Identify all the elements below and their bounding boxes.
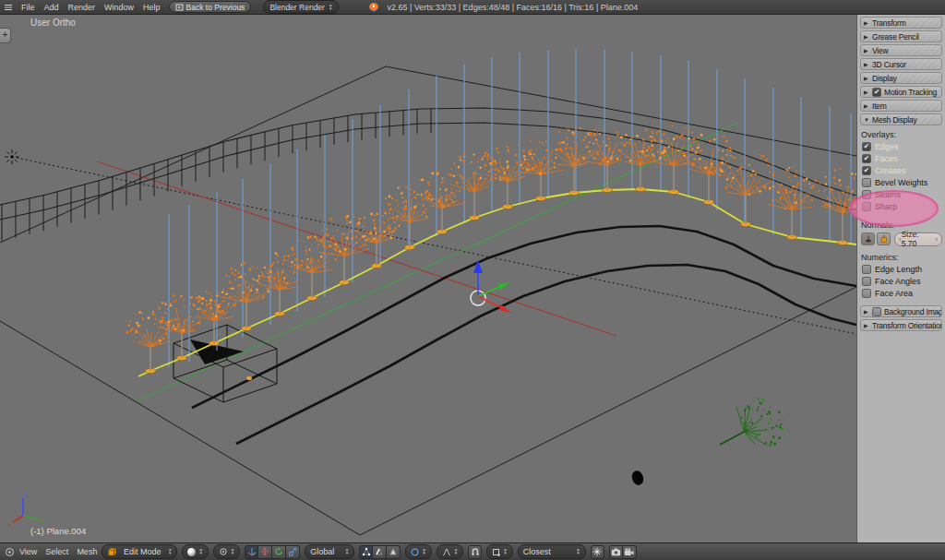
checkbox[interactable]: ✔ <box>862 142 871 151</box>
edge-select-button[interactable] <box>373 545 387 559</box>
scene-stats: v2.65 | Verts:33/33 | Edges:48/48 | Face… <box>387 3 638 12</box>
view-mode-label: User Ortho <box>30 18 76 28</box>
option-label: Face Angles <box>875 277 921 286</box>
checkbox[interactable]: ✔ <box>862 178 871 187</box>
back-window-icon <box>175 4 184 11</box>
viewport-scene[interactable] <box>0 15 856 542</box>
viewport-3d[interactable]: User Ortho + z y x (-1) Plane.004 <box>0 15 856 542</box>
expand-triangle-icon: ▶ <box>864 322 869 328</box>
option-row-face-area[interactable]: ✔Face Area <box>862 288 942 299</box>
camera-movie-icon <box>624 548 634 556</box>
blender-logo-icon <box>369 3 378 12</box>
back-to-previous-button[interactable]: Back to Previous <box>169 1 252 13</box>
proportional-edit-select[interactable]: ▲▼ <box>405 544 431 559</box>
draw-face-normals-button[interactable] <box>861 232 875 245</box>
pivot-point-select[interactable]: ▲▼ <box>213 544 240 559</box>
manipulator-buttons <box>245 545 300 559</box>
manipulator-toggle-button[interactable] <box>245 545 258 559</box>
option-row-sharp[interactable]: ✔Sharp <box>862 201 942 212</box>
checkbox[interactable]: ✔ <box>862 190 871 199</box>
draw-vertex-normals-button[interactable] <box>877 232 891 245</box>
increase-arrow-icon[interactable]: › <box>935 235 938 244</box>
option-row-seams[interactable]: ✔Seams <box>862 189 942 200</box>
orientation-value: Global <box>310 547 334 556</box>
expand-triangle-icon: ▶ <box>864 89 869 95</box>
vertex-select-button[interactable] <box>359 545 373 559</box>
panel-section-label: Display <box>872 74 896 83</box>
panel-section-label: Background Images <box>884 307 942 316</box>
render-engine-select[interactable]: Blender Render ▲▼ <box>263 0 339 14</box>
panel-section-3d-cursor[interactable]: ▶3D Cursor <box>860 58 942 70</box>
option-row-edges[interactable]: ✔Edges <box>862 141 942 152</box>
panel-section-motion-tracking[interactable]: ▶✔Motion Tracking <box>860 86 942 98</box>
shading-sphere-icon <box>187 548 196 556</box>
checkbox[interactable]: ✔ <box>862 166 871 175</box>
option-row-creases[interactable]: ✔Creases <box>862 165 942 176</box>
panel-section-view[interactable]: ▶View <box>860 44 942 56</box>
normals-size-value: Size: 5.70 <box>902 230 936 248</box>
render-opengl-button[interactable] <box>609 545 623 559</box>
select-arrows-icon: ▲▼ <box>168 548 172 555</box>
option-row-edge-length[interactable]: ✔Edge Length <box>862 264 942 275</box>
axis-gizmo: z y x <box>7 491 48 528</box>
panel-section-transform-orientations[interactable]: ▶Transform Orientations <box>860 319 942 331</box>
toolshelf-expand-tab[interactable]: + <box>0 28 11 43</box>
panel-section-background-images[interactable]: ▶✔Background Images <box>860 305 942 317</box>
panel-section-transform[interactable]: ▶Transform <box>860 17 942 29</box>
option-row-bevel-weights[interactable]: ✔Bevel Weights <box>862 177 942 188</box>
checkbox[interactable]: ✔ <box>872 307 881 316</box>
expand-triangle-icon: ▶ <box>864 102 869 109</box>
svg-text:x: x <box>8 522 11 528</box>
view3d-header: ViewSelectMesh Edit Mode ▲▼ ▲▼ ▲▼ <box>0 542 945 560</box>
panel-section-label: Motion Tracking <box>884 88 937 97</box>
option-row-face-angles[interactable]: ✔Face Angles <box>862 276 942 287</box>
view3d-menu-select[interactable]: Select <box>45 547 68 556</box>
checkbox[interactable]: ✔ <box>872 88 881 97</box>
checkbox[interactable]: ✔ <box>862 277 871 286</box>
normals-size-field[interactable]: ‹ Size: 5.70 › <box>894 232 942 246</box>
checkbox[interactable]: ✔ <box>862 202 871 211</box>
panel-section-display[interactable]: ▶Display <box>860 72 942 84</box>
editor-type-icon[interactable] <box>5 547 15 557</box>
menu-add[interactable]: Add <box>44 3 59 12</box>
panel-section-label: 3D Cursor <box>872 60 906 69</box>
view3d-menu-mesh[interactable]: Mesh <box>77 547 97 556</box>
menu-help[interactable]: Help <box>143 3 161 12</box>
overlay-options: ✔Edges✔Faces✔Creases✔Bevel Weights✔Seams… <box>860 141 942 212</box>
panel-section-item[interactable]: ▶Item <box>860 100 942 112</box>
select-arrows-icon: ▲▼ <box>454 548 458 555</box>
expand-triangle-icon: ▶ <box>864 47 869 54</box>
editor-type-icon[interactable] <box>4 3 13 12</box>
checkbox[interactable]: ✔ <box>862 265 871 274</box>
panel-section-grease-pencil[interactable]: ▶Grease Pencil <box>860 30 942 42</box>
face-select-button[interactable] <box>387 545 401 559</box>
mode-select[interactable]: Edit Mode ▲▼ <box>102 544 177 559</box>
numeric-options: ✔Edge Length✔Face Angles✔Face Area <box>860 264 942 299</box>
checkbox[interactable]: ✔ <box>862 154 871 163</box>
menu-file[interactable]: File <box>21 3 35 12</box>
scale-manipulator-button[interactable] <box>286 545 300 559</box>
option-row-faces[interactable]: ✔Faces <box>862 153 942 164</box>
menu-render[interactable]: Render <box>68 3 96 12</box>
falloff-select[interactable]: ▲▼ <box>437 544 463 559</box>
render-engine-value: Blender Render <box>269 3 325 12</box>
panel-section-mesh-display[interactable]: ▼ Mesh Display <box>860 113 942 125</box>
option-label: Faces <box>875 154 898 163</box>
rotate-manipulator-button[interactable] <box>272 545 286 559</box>
menubar: FileAddRenderWindowHelp <box>21 3 161 12</box>
view3d-menu-view[interactable]: View <box>19 547 37 556</box>
option-label: Seams <box>875 190 901 199</box>
translate-manipulator-button[interactable] <box>258 545 272 559</box>
checkbox[interactable]: ✔ <box>862 289 871 298</box>
transform-orientation-select[interactable]: Global ▲▼ <box>305 544 354 559</box>
snap-element-icon <box>492 548 500 556</box>
snap-toggle-button[interactable] <box>468 545 482 559</box>
render-opengl-anim-button[interactable] <box>623 545 637 559</box>
snap-peel-button[interactable] <box>591 545 604 559</box>
viewport-shading-select[interactable]: ▲▼ <box>182 544 208 559</box>
edge-select-icon <box>375 547 384 556</box>
scale-icon <box>288 547 297 556</box>
menu-window[interactable]: Window <box>104 3 134 12</box>
snap-element-select[interactable]: ▲▼ <box>486 544 512 559</box>
snap-target-select[interactable]: Closest ▲▼ <box>518 544 586 559</box>
